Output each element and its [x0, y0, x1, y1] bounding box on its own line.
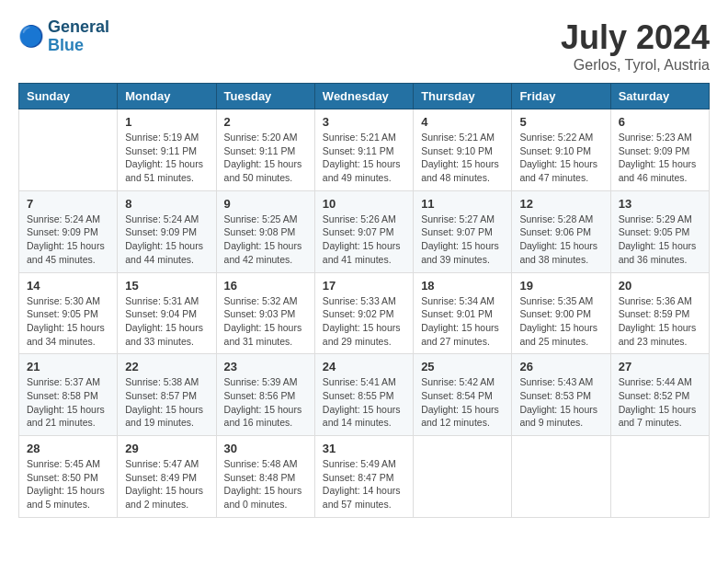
day-info: Sunrise: 5:23 AMSunset: 9:09 PMDaylight:…	[619, 131, 701, 185]
calendar-cell: 24Sunrise: 5:41 AMSunset: 8:55 PMDayligh…	[314, 354, 413, 436]
calendar-cell: 31Sunrise: 5:49 AMSunset: 8:47 PMDayligh…	[314, 436, 413, 518]
day-number: 13	[619, 197, 701, 211]
day-info: Sunrise: 5:48 AMSunset: 8:48 PMDaylight:…	[224, 457, 307, 511]
calendar-cell	[512, 436, 610, 518]
calendar-cell: 9Sunrise: 5:25 AMSunset: 9:08 PMDaylight…	[216, 190, 314, 272]
calendar-cell: 8Sunrise: 5:24 AMSunset: 9:09 PMDaylight…	[118, 190, 216, 272]
calendar-cell: 17Sunrise: 5:33 AMSunset: 9:02 PMDayligh…	[314, 272, 413, 354]
weekday-header-monday: Monday	[118, 84, 216, 109]
day-info: Sunrise: 5:24 AMSunset: 9:09 PMDaylight:…	[125, 213, 208, 267]
day-number: 24	[323, 360, 405, 373]
day-info: Sunrise: 5:35 AMSunset: 9:00 PMDaylight:…	[519, 294, 602, 349]
calendar-cell: 19Sunrise: 5:35 AMSunset: 9:00 PMDayligh…	[512, 272, 610, 354]
weekday-header-sunday: Sunday	[19, 84, 118, 109]
day-number: 9	[224, 197, 307, 211]
day-number: 26	[519, 360, 602, 373]
calendar-cell: 4Sunrise: 5:21 AMSunset: 9:10 PMDaylight…	[414, 109, 512, 191]
calendar-cell: 21Sunrise: 5:37 AMSunset: 8:58 PMDayligh…	[19, 354, 118, 436]
day-number: 8	[125, 197, 208, 211]
calendar-cell: 12Sunrise: 5:28 AMSunset: 9:06 PMDayligh…	[512, 190, 610, 272]
day-info: Sunrise: 5:19 AMSunset: 9:11 PMDaylight:…	[125, 131, 208, 185]
calendar-week-row: 21Sunrise: 5:37 AMSunset: 8:58 PMDayligh…	[19, 354, 710, 436]
day-number: 27	[619, 360, 701, 373]
day-number: 16	[224, 279, 307, 293]
day-info: Sunrise: 5:30 AMSunset: 9:05 PMDaylight:…	[27, 294, 109, 349]
weekday-header-friday: Friday	[512, 84, 610, 109]
calendar-cell: 15Sunrise: 5:31 AMSunset: 9:04 PMDayligh…	[118, 272, 216, 354]
day-info: Sunrise: 5:27 AMSunset: 9:07 PMDaylight:…	[421, 213, 504, 267]
calendar-cell: 6Sunrise: 5:23 AMSunset: 9:09 PMDaylight…	[610, 109, 709, 191]
logo-text: General Blue	[48, 18, 109, 55]
day-info: Sunrise: 5:47 AMSunset: 8:49 PMDaylight:…	[125, 457, 208, 511]
day-number: 18	[421, 279, 504, 293]
day-info: Sunrise: 5:42 AMSunset: 8:54 PMDaylight:…	[421, 375, 504, 430]
calendar-cell: 13Sunrise: 5:29 AMSunset: 9:05 PMDayligh…	[610, 190, 709, 272]
day-number: 6	[619, 115, 701, 129]
calendar-cell: 16Sunrise: 5:32 AMSunset: 9:03 PMDayligh…	[216, 272, 314, 354]
calendar-week-row: 7Sunrise: 5:24 AMSunset: 9:09 PMDaylight…	[19, 190, 710, 272]
day-info: Sunrise: 5:34 AMSunset: 9:01 PMDaylight:…	[421, 294, 504, 349]
day-info: Sunrise: 5:25 AMSunset: 9:08 PMDaylight:…	[224, 213, 307, 267]
svg-text:🔵: 🔵	[18, 24, 44, 49]
calendar-cell: 26Sunrise: 5:43 AMSunset: 8:53 PMDayligh…	[512, 354, 610, 436]
calendar-cell: 25Sunrise: 5:42 AMSunset: 8:54 PMDayligh…	[414, 354, 512, 436]
day-info: Sunrise: 5:45 AMSunset: 8:50 PMDaylight:…	[27, 457, 109, 511]
day-info: Sunrise: 5:33 AMSunset: 9:02 PMDaylight:…	[323, 294, 405, 349]
day-info: Sunrise: 5:39 AMSunset: 8:56 PMDaylight:…	[224, 375, 307, 430]
calendar-cell: 11Sunrise: 5:27 AMSunset: 9:07 PMDayligh…	[414, 190, 512, 272]
day-number: 31	[323, 442, 405, 455]
calendar-cell	[19, 109, 118, 191]
weekday-header-wednesday: Wednesday	[314, 84, 413, 109]
day-number: 14	[27, 279, 109, 293]
day-info: Sunrise: 5:24 AMSunset: 9:09 PMDaylight:…	[27, 213, 109, 267]
day-number: 30	[224, 442, 307, 455]
calendar-cell: 2Sunrise: 5:20 AMSunset: 9:11 PMDaylight…	[216, 109, 314, 191]
calendar-cell: 27Sunrise: 5:44 AMSunset: 8:52 PMDayligh…	[610, 354, 709, 436]
day-info: Sunrise: 5:36 AMSunset: 8:59 PMDaylight:…	[619, 294, 701, 349]
day-number: 20	[619, 279, 701, 293]
calendar-cell: 14Sunrise: 5:30 AMSunset: 9:05 PMDayligh…	[19, 272, 118, 354]
weekday-header-thursday: Thursday	[414, 84, 512, 109]
logo: 🔵 General Blue	[18, 18, 109, 55]
calendar-header: SundayMondayTuesdayWednesdayThursdayFrid…	[19, 84, 710, 109]
calendar-cell: 20Sunrise: 5:36 AMSunset: 8:59 PMDayligh…	[610, 272, 709, 354]
day-number: 10	[323, 197, 405, 211]
day-info: Sunrise: 5:20 AMSunset: 9:11 PMDaylight:…	[224, 131, 307, 185]
day-number: 12	[519, 197, 602, 211]
day-info: Sunrise: 5:44 AMSunset: 8:52 PMDaylight:…	[619, 375, 701, 430]
calendar-body: 1Sunrise: 5:19 AMSunset: 9:11 PMDaylight…	[19, 109, 710, 518]
day-info: Sunrise: 5:26 AMSunset: 9:07 PMDaylight:…	[323, 213, 405, 267]
calendar-cell	[610, 436, 709, 518]
title-block: July 2024 Gerlos, Tyrol, Austria	[561, 18, 710, 74]
calendar-week-row: 1Sunrise: 5:19 AMSunset: 9:11 PMDaylight…	[19, 109, 710, 191]
day-number: 22	[125, 360, 208, 373]
calendar-cell	[414, 436, 512, 518]
day-info: Sunrise: 5:37 AMSunset: 8:58 PMDaylight:…	[27, 375, 109, 430]
calendar-table: SundayMondayTuesdayWednesdayThursdayFrid…	[18, 83, 710, 518]
month-year-title: July 2024	[561, 18, 710, 57]
logo-icon: 🔵	[18, 24, 44, 50]
day-number: 29	[125, 442, 208, 455]
day-info: Sunrise: 5:28 AMSunset: 9:06 PMDaylight:…	[519, 213, 602, 267]
calendar-cell: 1Sunrise: 5:19 AMSunset: 9:11 PMDaylight…	[118, 109, 216, 191]
day-number: 21	[27, 360, 109, 373]
day-number: 23	[224, 360, 307, 373]
day-number: 28	[27, 442, 109, 455]
day-info: Sunrise: 5:38 AMSunset: 8:57 PMDaylight:…	[125, 375, 208, 430]
calendar-cell: 7Sunrise: 5:24 AMSunset: 9:09 PMDaylight…	[19, 190, 118, 272]
day-number: 17	[323, 279, 405, 293]
calendar-week-row: 28Sunrise: 5:45 AMSunset: 8:50 PMDayligh…	[19, 436, 710, 518]
page-header: 🔵 General Blue July 2024 Gerlos, Tyrol, …	[18, 18, 710, 74]
day-number: 1	[125, 115, 208, 129]
weekday-header-row: SundayMondayTuesdayWednesdayThursdayFrid…	[19, 84, 710, 109]
day-number: 11	[421, 197, 504, 211]
day-info: Sunrise: 5:22 AMSunset: 9:10 PMDaylight:…	[519, 131, 602, 185]
day-info: Sunrise: 5:43 AMSunset: 8:53 PMDaylight:…	[519, 375, 602, 430]
day-info: Sunrise: 5:32 AMSunset: 9:03 PMDaylight:…	[224, 294, 307, 349]
day-number: 4	[421, 115, 504, 129]
weekday-header-saturday: Saturday	[610, 84, 709, 109]
day-info: Sunrise: 5:31 AMSunset: 9:04 PMDaylight:…	[125, 294, 208, 349]
calendar-cell: 18Sunrise: 5:34 AMSunset: 9:01 PMDayligh…	[414, 272, 512, 354]
day-number: 7	[27, 197, 109, 211]
calendar-cell: 5Sunrise: 5:22 AMSunset: 9:10 PMDaylight…	[512, 109, 610, 191]
